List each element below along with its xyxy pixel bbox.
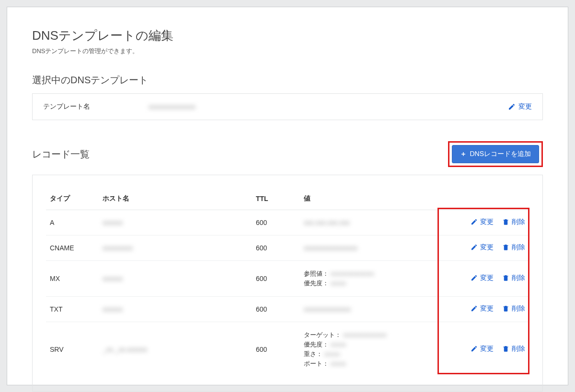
value-weight: 重さ： xxxxx xyxy=(304,350,439,358)
edit-label: 変更 xyxy=(480,243,494,252)
cell-type: CNAME xyxy=(46,235,99,261)
delete-record-button[interactable]: 削除 xyxy=(502,345,525,353)
cell-type: A xyxy=(46,210,99,235)
cell-type: MX xyxy=(46,261,99,297)
records-panel: タイプ ホスト名 TTL 値 Axxxxxx600xxx.xxx.xxx.xxx… xyxy=(32,175,543,392)
delete-label: 削除 xyxy=(512,243,525,252)
delete-label: 削除 xyxy=(512,274,525,282)
cell-value: ターゲット： xxxxxxxxxxxxxx優先度： xxxxx重さ： xxxxx… xyxy=(300,322,443,377)
cell-type: TXT xyxy=(46,297,99,322)
delete-label: 削除 xyxy=(512,218,525,226)
table-row: TXTxxxxxx600xxxxxxxxxxxxxx変更削除 xyxy=(46,297,529,322)
cell-host: xxxxxx xyxy=(99,297,252,322)
records-heading: レコード一覧 xyxy=(32,148,90,161)
table-row: SRV_xx._xx.xxxxxx600ターゲット： xxxxxxxxxxxxx… xyxy=(46,322,529,377)
edit-record-button[interactable]: 変更 xyxy=(471,243,494,252)
cell-actions: 変更削除 xyxy=(443,261,529,297)
edit-record-button[interactable]: 変更 xyxy=(471,218,494,226)
delete-record-button[interactable]: 削除 xyxy=(502,218,525,226)
selected-template-panel: テンプレート名 xxxxxxxxxxxxxx 変更 xyxy=(32,93,543,120)
cell-type: SRV xyxy=(46,322,99,377)
trash-icon xyxy=(502,218,510,226)
trash-icon xyxy=(502,345,510,353)
trash-icon xyxy=(502,274,510,282)
delete-record-button[interactable]: 削除 xyxy=(502,304,525,313)
edit-record-button[interactable]: 変更 xyxy=(471,345,494,353)
cell-ttl: 600 xyxy=(252,235,300,261)
th-value: 値 xyxy=(300,184,443,210)
cell-value: xxxxxxxxxxxxxxxx xyxy=(300,235,443,261)
cell-ttl: 600 xyxy=(252,297,300,322)
th-actions xyxy=(443,184,529,210)
th-type: タイプ xyxy=(46,184,99,210)
cell-host: xxxxxx xyxy=(99,261,252,297)
edit-record-button[interactable]: 変更 xyxy=(471,304,494,313)
table-row: Axxxxxx600xxx.xxx.xxx.xxx変更削除 xyxy=(46,210,529,235)
value-text: xxxxxxxxxxxxxxxx xyxy=(304,244,357,252)
pencil-icon xyxy=(471,345,478,353)
value-text: xxx.xxx.xxx.xxx xyxy=(304,219,350,226)
cell-actions: 変更削除 xyxy=(443,235,529,261)
pencil-icon xyxy=(508,103,516,111)
cell-actions: 変更削除 xyxy=(443,297,529,322)
th-host: ホスト名 xyxy=(99,184,252,210)
page-container: DNSテンプレートの編集 DNSテンプレートの管理ができます。 選択中のDNSテ… xyxy=(7,7,568,385)
highlight-add-button: ＋ DNSレコードを追加 xyxy=(448,141,543,167)
value-text: xxxxxxxxxxxxxx xyxy=(304,305,351,313)
trash-icon xyxy=(502,244,510,251)
add-dns-record-button[interactable]: ＋ DNSレコードを追加 xyxy=(452,145,539,163)
cell-ttl: 600 xyxy=(252,261,300,297)
edit-template-label: 変更 xyxy=(518,102,532,111)
edit-record-button[interactable]: 変更 xyxy=(471,274,494,282)
edit-label: 変更 xyxy=(480,304,494,313)
plus-icon: ＋ xyxy=(460,150,467,158)
cell-host: xxxxxx xyxy=(99,210,252,235)
selected-template-heading: 選択中のDNSテンプレート xyxy=(32,74,543,87)
records-table: タイプ ホスト名 TTL 値 Axxxxxx600xxx.xxx.xxx.xxx… xyxy=(46,184,529,377)
trash-icon xyxy=(502,305,510,313)
template-name-value: xxxxxxxxxxxxxx xyxy=(149,103,508,111)
pencil-icon xyxy=(471,244,478,251)
value-reference: 参照値： xxxxxxxxxxxxxx xyxy=(304,269,439,278)
pencil-icon xyxy=(471,218,478,226)
cell-ttl: 600 xyxy=(252,322,300,377)
cell-host: xxxxxxxxx xyxy=(99,235,252,261)
delete-label: 削除 xyxy=(512,345,525,353)
cell-ttl: 600 xyxy=(252,210,300,235)
table-row: MXxxxxxx600参照値： xxxxxxxxxxxxxx優先度： xxxxx… xyxy=(46,261,529,297)
cell-host: _xx._xx.xxxxxx xyxy=(99,322,252,377)
cell-value: xxxxxxxxxxxxxx xyxy=(300,297,443,322)
edit-label: 変更 xyxy=(480,274,494,282)
table-row: CNAMExxxxxxxxx600xxxxxxxxxxxxxxxx変更削除 xyxy=(46,235,529,261)
page-subtitle: DNSテンプレートの管理ができます。 xyxy=(32,47,543,56)
cell-value: xxx.xxx.xxx.xxx xyxy=(300,210,443,235)
template-name-label: テンプレート名 xyxy=(43,102,149,111)
value-port: ポート： xxxxx xyxy=(304,359,439,368)
edit-label: 変更 xyxy=(480,218,494,226)
th-ttl: TTL xyxy=(252,184,300,210)
cell-actions: 変更削除 xyxy=(443,210,529,235)
value-priority: 優先度： xxxxx xyxy=(304,340,439,349)
delete-record-button[interactable]: 削除 xyxy=(502,274,525,282)
page-title: DNSテンプレートの編集 xyxy=(32,27,543,44)
delete-record-button[interactable]: 削除 xyxy=(502,243,525,252)
cell-value: 参照値： xxxxxxxxxxxxxx優先度： xxxxx xyxy=(300,261,443,297)
value-target: ターゲット： xxxxxxxxxxxxxx xyxy=(304,331,439,339)
delete-label: 削除 xyxy=(512,304,525,313)
pencil-icon xyxy=(471,305,478,313)
pencil-icon xyxy=(471,274,478,282)
edit-label: 変更 xyxy=(480,345,494,353)
cell-actions: 変更削除 xyxy=(443,322,529,377)
edit-template-button[interactable]: 変更 xyxy=(508,102,532,111)
value-priority: 優先度： xxxxx xyxy=(304,279,439,288)
add-dns-record-label: DNSレコードを追加 xyxy=(470,150,531,158)
